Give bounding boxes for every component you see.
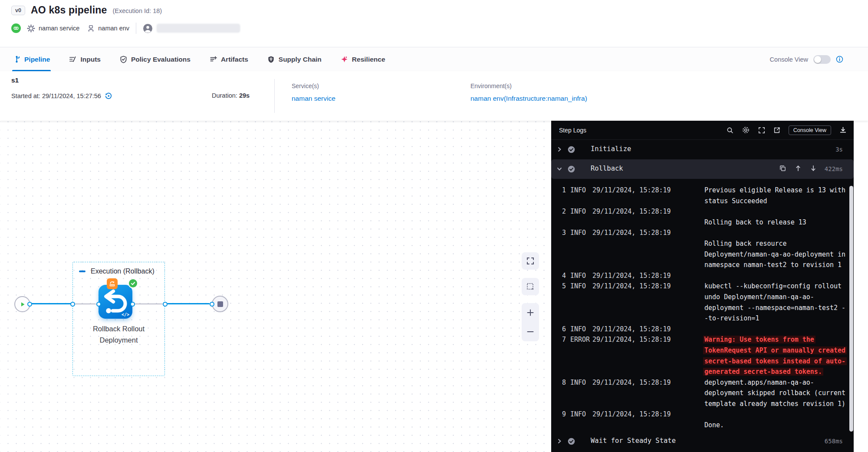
- tab-policy-evaluations[interactable]: Policy Evaluations: [120, 47, 191, 71]
- log-line-number: 4: [556, 272, 566, 280]
- section-name: Wait for Steady State: [591, 437, 676, 445]
- tab-resilience[interactable]: Resilience: [341, 47, 385, 71]
- log-row: generated secret-based tokens.: [551, 366, 854, 377]
- log-timestamp: 29/11/2024, 15:28:19: [592, 410, 671, 418]
- execution-tab-bar: Pipeline Inputs Policy Evaluations: [0, 47, 868, 72]
- scroll-up-icon[interactable]: [795, 165, 801, 172]
- version-badge: v0: [11, 6, 25, 15]
- log-search-icon[interactable]: [727, 127, 733, 134]
- log-row: deployment --namespace=naman-test2 -: [551, 303, 854, 313]
- zoom-in-button[interactable]: [522, 304, 539, 321]
- log-timestamp: 29/11/2024, 15:28:19: [592, 379, 671, 386]
- log-message: secret-based tokens instead of auto-: [703, 357, 847, 365]
- log-message: Rolling back resource: [704, 240, 787, 247]
- step-success-icon: [567, 165, 575, 173]
- service-link[interactable]: naman service: [292, 95, 335, 102]
- tab-artifacts[interactable]: Artifacts: [210, 47, 248, 71]
- port-end: [210, 302, 214, 307]
- section-name: Initialize: [591, 145, 631, 153]
- chevron-down-icon[interactable]: [557, 166, 562, 172]
- stage-name: s1: [11, 76, 19, 84]
- log-row: Done.: [551, 420, 854, 431]
- retry-history-icon[interactable]: [105, 92, 112, 100]
- log-scrollbar-thumb[interactable]: [849, 186, 853, 432]
- log-row: 3INFO29/11/2024, 15:28:19: [551, 228, 854, 238]
- tab-label: Supply Chain: [279, 56, 322, 63]
- port-step-out: [130, 302, 135, 307]
- console-view-toggle[interactable]: [813, 55, 831, 64]
- info-icon[interactable]: [836, 56, 843, 63]
- resilience-chaos-icon: [341, 56, 348, 63]
- redacted-user-identity: [157, 24, 240, 32]
- log-section-initialize[interactable]: Initialize 3s: [551, 140, 854, 159]
- header-service-name: naman service: [39, 25, 79, 32]
- log-message: kubectl --kubeconfig=config rollout: [704, 282, 842, 290]
- log-row: 8INFO29/11/2024, 15:28:19deployment.apps…: [551, 377, 854, 388]
- step-success-check-icon: [128, 278, 138, 288]
- log-level: ERROR: [570, 336, 590, 343]
- log-line-number: 3: [556, 229, 566, 237]
- tab-inputs[interactable]: Inputs: [69, 47, 101, 71]
- canvas-fullscreen-button[interactable]: [522, 252, 539, 270]
- environment-icon: [87, 25, 95, 32]
- pipeline-canvas[interactable]: Execution (Rollback) </>: [0, 121, 551, 452]
- log-settings-gear-icon[interactable]: [742, 126, 750, 134]
- environment-link[interactable]: naman env(Infrastructure:naman_infra): [470, 95, 587, 102]
- canvas-marquee-select-button[interactable]: [522, 278, 539, 295]
- port-group-in: [70, 302, 75, 307]
- log-row: TokenRequest API or manually created: [551, 345, 854, 356]
- log-console-view-button[interactable]: Console View: [789, 125, 831, 135]
- step-logs-panel: Step Logs Console: [551, 121, 854, 452]
- copy-logs-icon[interactable]: [779, 165, 786, 172]
- log-section-rollback[interactable]: Rollback 422ms: [551, 159, 854, 179]
- log-row: 2INFO29/11/2024, 15:28:19: [551, 206, 854, 217]
- log-section-wait-for-steady-state[interactable]: Wait for Steady State 658ms: [551, 431, 854, 452]
- log-timestamp: 29/11/2024, 15:28:19: [592, 272, 671, 280]
- rollout-deployment-badge-icon: [107, 278, 118, 289]
- log-message: deployment skipped rollback (current: [704, 389, 845, 397]
- log-line-number: 7: [556, 336, 566, 343]
- chevron-right-icon[interactable]: [557, 439, 562, 444]
- log-row: 1INFO29/11/2024, 15:28:19Previous eligib…: [551, 185, 854, 196]
- log-timestamp: 29/11/2024, 15:28:19: [592, 229, 671, 237]
- log-line-number: 2: [556, 208, 566, 215]
- log-row: 7ERROR29/11/2024, 15:28:19Warning: Use t…: [551, 334, 854, 345]
- tab-supply-chain[interactable]: Supply Chain: [267, 47, 322, 71]
- edge-stage-to-end: [167, 303, 210, 304]
- log-fullscreen-icon[interactable]: [758, 127, 765, 134]
- log-level: INFO: [570, 186, 586, 194]
- log-level: INFO: [570, 379, 586, 386]
- log-timestamp: 29/11/2024, 15:28:19: [592, 282, 671, 290]
- tab-pipeline[interactable]: Pipeline: [13, 47, 50, 71]
- toggle-knob: [814, 56, 821, 63]
- header-environment-name: naman env: [98, 25, 129, 32]
- log-level: INFO: [570, 325, 586, 333]
- download-logs-icon[interactable]: [839, 126, 847, 134]
- stage-started-at: Started at: 29/11/2024, 15:27:56: [11, 92, 112, 100]
- open-in-new-tab-icon[interactable]: [773, 127, 780, 134]
- execution-id: (Execution Id: 18): [112, 7, 162, 14]
- log-row: 9INFO29/11/2024, 15:28:19: [551, 409, 854, 420]
- duration-value: 29s: [239, 92, 250, 99]
- group-header: Execution (Rollback): [79, 267, 155, 275]
- port-start: [27, 302, 32, 307]
- log-message: -to-revision=1: [704, 314, 759, 322]
- pipeline-icon: [13, 56, 20, 63]
- log-message: undo Deployment/naman-qa-ao-: [704, 293, 814, 301]
- page-header: v0 AO k8s pipeline (Execution Id: 18): [11, 4, 162, 16]
- log-timestamp: 29/11/2024, 15:28:19: [592, 186, 671, 194]
- rollback-step-node[interactable]: </>: [99, 285, 132, 319]
- scroll-down-icon[interactable]: [810, 165, 816, 172]
- tab-label: Inputs: [80, 56, 101, 63]
- chevron-right-icon[interactable]: [557, 147, 562, 152]
- log-message: TokenRequest API or manually created: [703, 346, 847, 354]
- collapse-group-icon[interactable]: [79, 271, 85, 272]
- zoom-out-button[interactable]: [522, 323, 539, 340]
- console-view-label: Console View: [770, 56, 808, 63]
- log-message: Done.: [704, 421, 724, 429]
- stage-divider: [274, 79, 275, 113]
- log-row: undo Deployment/naman-qa-ao-: [551, 292, 854, 303]
- port-group-out: [163, 302, 168, 307]
- supply-chain-shield-icon: [267, 56, 275, 63]
- step-node-label[interactable]: Rollback Rollout Deployment: [75, 323, 162, 346]
